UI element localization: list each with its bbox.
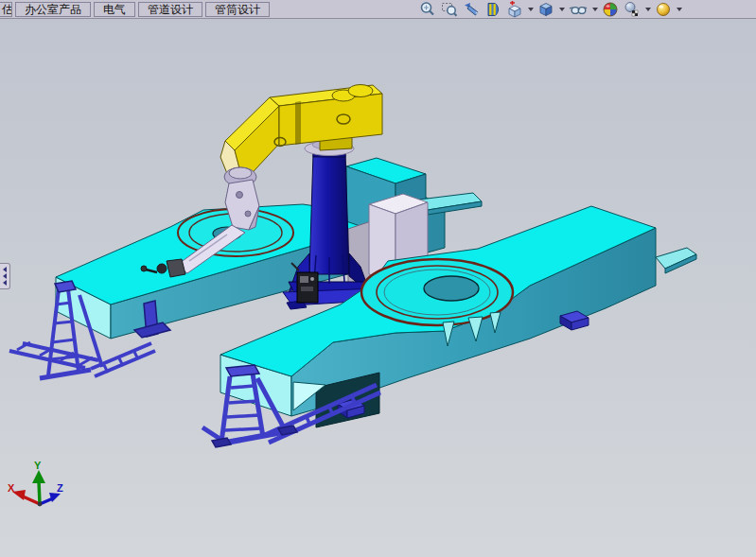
view-orientation-icon[interactable]	[505, 1, 524, 18]
collapse-arrow-icon	[3, 273, 7, 279]
view-settings-dropdown-arrow[interactable]	[677, 8, 682, 11]
tab-evaluate-partial[interactable]: 估	[0, 2, 12, 17]
z-axis-label: Z	[57, 482, 63, 494]
collapse-arrow-icon	[3, 280, 7, 286]
tab-electrical[interactable]: 电气	[94, 2, 135, 17]
graphics-viewport[interactable]: X Y Z	[0, 19, 756, 557]
tab-tubing-design[interactable]: 管筒设计	[205, 2, 270, 17]
cad-application-window: 估 办公室产品 电气 管道设计 管筒设计	[0, 0, 756, 557]
zoom-to-area-icon[interactable]	[440, 1, 459, 18]
foreground-ring-hole[interactable]	[424, 276, 479, 301]
apply-scene-dropdown-arrow[interactable]	[645, 8, 651, 11]
hide-show-items-dropdown-arrow[interactable]	[592, 8, 598, 11]
zoom-to-fit-icon[interactable]	[418, 1, 437, 18]
section-view-icon[interactable]	[483, 1, 502, 18]
robot-counterweight[interactable]	[348, 85, 373, 97]
view-orientation-dropdown-arrow[interactable]	[528, 8, 534, 11]
apply-scene-icon[interactable]	[623, 1, 642, 18]
display-style-icon[interactable]	[536, 1, 555, 18]
view-settings-icon[interactable]	[654, 1, 673, 18]
hide-show-items-icon[interactable]	[568, 1, 589, 18]
previous-view-icon[interactable]	[462, 1, 481, 18]
tab-piping-design[interactable]: 管道设计	[138, 2, 202, 17]
heads-up-view-toolbar	[418, 0, 682, 19]
edit-appearance-icon[interactable]	[601, 1, 620, 18]
display-style-dropdown-arrow[interactable]	[559, 8, 565, 11]
y-axis-label: Y	[34, 460, 42, 471]
tab-office-products[interactable]: 办公室产品	[15, 2, 91, 17]
feature-panel-expand-button[interactable]	[0, 263, 10, 289]
collapse-arrow-icon	[3, 267, 7, 272]
command-manager-tab-bar: 估 办公室产品 电气 管道设计 管筒设计	[0, 0, 756, 19]
x-axis-label: X	[8, 482, 15, 494]
foreground-ring-seat[interactable]	[361, 259, 513, 325]
